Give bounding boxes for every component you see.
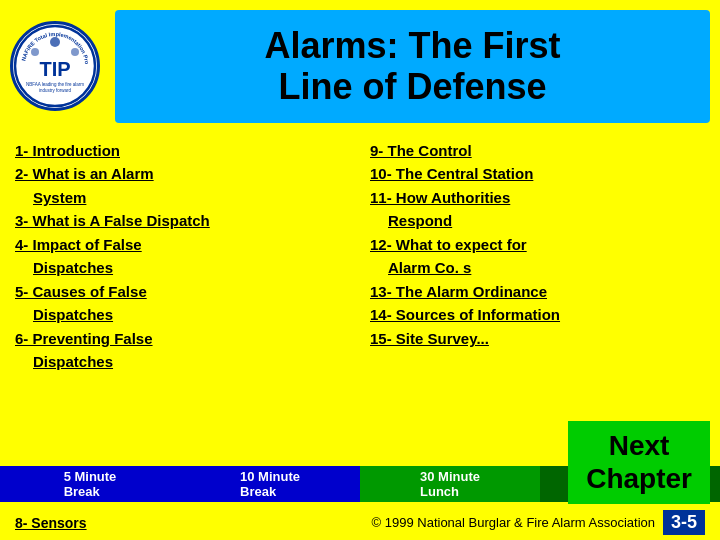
- next-chapter-line2: Chapter: [586, 463, 692, 494]
- svg-point-6: [71, 48, 79, 56]
- list-item[interactable]: 15- Site Survey...: [370, 329, 705, 349]
- list-item[interactable]: 12- What to expect for: [370, 235, 705, 255]
- list-item[interactable]: Respond: [370, 211, 705, 231]
- break-5min[interactable]: 5 MinuteBreak: [0, 466, 180, 502]
- next-chapter-button[interactable]: Next Chapter: [568, 421, 710, 504]
- footer-sensors-link[interactable]: 8- Sensors: [15, 515, 87, 531]
- list-item[interactable]: Dispatches: [15, 258, 350, 278]
- title-line1: Alarms: The First: [135, 25, 690, 66]
- list-item[interactable]: 6- Preventing False: [15, 329, 350, 349]
- logo-svg: NAFIRE Total Implementation Program TIP …: [13, 24, 97, 108]
- list-item[interactable]: 10- The Central Station: [370, 164, 705, 184]
- list-item[interactable]: 9- The Control: [370, 141, 705, 161]
- page-number: 3-5: [663, 510, 705, 535]
- list-item[interactable]: 5- Causes of False: [15, 282, 350, 302]
- svg-point-7: [31, 48, 39, 56]
- footer: 8- Sensors © 1999 National Burglar & Fir…: [0, 510, 720, 535]
- title-box: Alarms: The First Line of Defense: [115, 10, 710, 123]
- left-column: 1- Introduction 2- What is an Alarm Syst…: [15, 141, 350, 376]
- page-container: NAFIRE Total Implementation Program TIP …: [0, 0, 720, 540]
- list-item[interactable]: System: [15, 188, 350, 208]
- footer-right: © 1999 National Burglar & Fire Alarm Ass…: [372, 510, 705, 535]
- list-item[interactable]: Dispatches: [15, 305, 350, 325]
- main-content: 1- Introduction 2- What is an Alarm Syst…: [0, 133, 720, 376]
- list-item[interactable]: 2- What is an Alarm: [15, 164, 350, 184]
- header: NAFIRE Total Implementation Program TIP …: [0, 0, 720, 133]
- break-30min-label: 30 MinuteLunch: [420, 469, 480, 499]
- break-5min-label: 5 MinuteBreak: [64, 469, 117, 499]
- break-30min[interactable]: 30 MinuteLunch: [360, 466, 540, 502]
- list-item[interactable]: 4- Impact of False: [15, 235, 350, 255]
- svg-text:NBFAA leading the fire alarm: NBFAA leading the fire alarm: [26, 82, 84, 87]
- copyright-text: © 1999 National Burglar & Fire Alarm Ass…: [372, 515, 655, 530]
- list-item[interactable]: Dispatches: [15, 352, 350, 372]
- title-line2: Line of Defense: [135, 66, 690, 107]
- svg-text:industry forward: industry forward: [39, 88, 72, 93]
- list-item[interactable]: 14- Sources of Information: [370, 305, 705, 325]
- list-item[interactable]: Alarm Co. s: [370, 258, 705, 278]
- svg-point-5: [50, 37, 60, 47]
- break-10min[interactable]: 10 MinuteBreak: [180, 466, 360, 502]
- list-item[interactable]: 11- How Authorities: [370, 188, 705, 208]
- break-10min-label: 10 MinuteBreak: [240, 469, 300, 499]
- svg-text:TIP: TIP: [39, 58, 70, 80]
- right-column: 9- The Control 10- The Central Station 1…: [370, 141, 705, 376]
- list-item[interactable]: 1- Introduction: [15, 141, 350, 161]
- next-chapter-line1: Next: [609, 430, 670, 461]
- logo: NAFIRE Total Implementation Program TIP …: [10, 21, 100, 111]
- list-item[interactable]: 3- What is A False Dispatch: [15, 211, 350, 231]
- list-item[interactable]: 13- The Alarm Ordinance: [370, 282, 705, 302]
